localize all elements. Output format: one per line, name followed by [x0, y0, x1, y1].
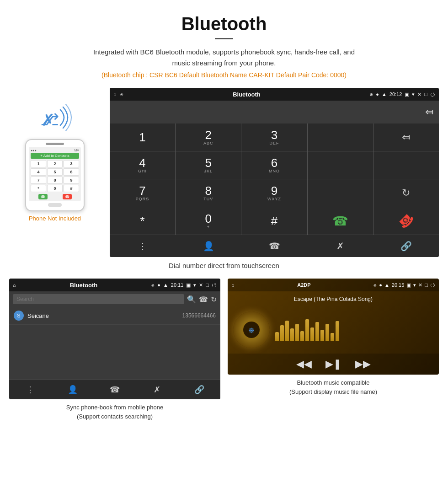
phonebook-bottom-nav: ⋮ 👤 ☎ ✗ 🔗	[9, 380, 220, 399]
pb-nav-call[interactable]: ☎	[94, 380, 136, 399]
music-home-icon: ⌂	[231, 282, 235, 288]
phone-key: 3	[64, 160, 79, 167]
dial-key-7[interactable]: 7PQRS	[110, 179, 175, 207]
pb-close-icon: ✕	[199, 282, 203, 288]
dial-screen: ⌂ ⍟ Bluetooth ⎈ ● ▲ 20:12 ▣ ▾ ✕ □ ⭯ ⤆	[110, 88, 439, 257]
close-icon: ✕	[417, 91, 421, 97]
dial-key-hash[interactable]: #	[241, 207, 307, 235]
dial-key-6[interactable]: 6MNO	[241, 151, 307, 179]
backspace-button[interactable]: ⤆	[425, 106, 433, 118]
music-controls: ◀◀ ▶❚ ▶▶	[228, 354, 439, 375]
page-header: Bluetooth Integrated with BC6 Bluetooth …	[0, 0, 448, 83]
pb-time: 20:11	[171, 282, 184, 288]
bottom-nav-call[interactable]: ☎	[241, 235, 307, 257]
music-bt-logo: ⎈	[249, 325, 254, 335]
dial-backspace-button[interactable]: ⤆	[373, 123, 439, 151]
pb-bt-icon: ⎈	[151, 282, 155, 288]
phone-key: 1	[31, 160, 46, 167]
phone-speaker	[46, 143, 64, 145]
title-divider	[215, 38, 233, 39]
bluetooth-status-icon: ⎈	[370, 91, 373, 97]
bt-signal-container: ✗ ⎇	[37, 102, 73, 134]
phonebook-search-input[interactable]	[13, 294, 184, 304]
camera-icon: ▣	[405, 91, 409, 97]
music-info	[275, 318, 433, 341]
pb-win-icon: □	[206, 282, 209, 288]
dial-refresh-button[interactable]: ↻	[373, 179, 439, 207]
phone-key: #	[64, 185, 79, 192]
pb-nav-bluetooth[interactable]: ✗	[136, 380, 178, 399]
phonebook-screen: ⌂ Bluetooth ⎈ ● ▲ 20:11 ▣ ▾ ✕ □ ⭯ 🔍	[9, 279, 220, 399]
phonebook-status-bar: ⌂ Bluetooth ⎈ ● ▲ 20:11 ▣ ▾ ✕ □ ⭯	[9, 279, 220, 291]
phonebook-spacer	[9, 325, 220, 380]
phone-call-btn: ☎	[38, 194, 48, 199]
music-back-icon: ⭯	[430, 282, 435, 288]
pb-nav-contacts[interactable]: 👤	[51, 380, 93, 399]
play-pause-button[interactable]: ▶❚	[325, 358, 341, 370]
contact-name: Seicane	[27, 312, 182, 319]
phone-action-icon[interactable]: ☎	[199, 295, 208, 304]
dial-hangup-button[interactable]: ☎	[373, 207, 439, 235]
dial-key-1[interactable]: 1	[110, 123, 175, 151]
music-screen-title: A2DP	[235, 282, 374, 288]
signal-icon: ▲	[382, 91, 387, 97]
music-x-icon: ✕	[418, 282, 422, 288]
back-icon: ⭯	[430, 91, 435, 97]
dial-key-empty-2	[308, 151, 373, 179]
phone-screen: ●●●MV + Add to Contacts 1 2 3 4 5 6 7 8 …	[29, 147, 81, 201]
time-display: 20:12	[389, 91, 402, 97]
window-icon: □	[424, 91, 427, 97]
bottom-nav-link[interactable]: 🔗	[373, 235, 439, 257]
bottom-nav-dialpad[interactable]: ⋮	[110, 235, 176, 257]
dial-key-3[interactable]: 3DEF	[241, 123, 307, 151]
phone-home-btn	[48, 203, 62, 207]
phone-hangup-btn: ☎	[63, 194, 72, 199]
music-time: 20:15	[392, 282, 405, 288]
pb-camera-icon: ▣	[186, 282, 191, 288]
pb-vol-icon: ▾	[193, 282, 196, 288]
dial-key-2[interactable]: 2ABC	[176, 123, 241, 151]
music-win-icon: □	[425, 282, 428, 288]
search-button[interactable]: 🔍	[187, 295, 196, 304]
home-icon: ⌂	[113, 91, 117, 97]
screen-title: Bluetooth	[123, 91, 370, 98]
phone-key: 4	[31, 168, 46, 176]
bottom-nav-contacts[interactable]: 👤	[176, 235, 241, 257]
phone-side: ✗ ⎇ ●●●MV + Add to Contacts	[9, 88, 101, 222]
phone-key: 9	[64, 177, 79, 184]
status-bar: ⌂ ⍟ Bluetooth ⎈ ● ▲ 20:12 ▣ ▾ ✕ □ ⭯	[110, 88, 439, 101]
page-description: Integrated with BC6 Bluetooth module, su…	[87, 47, 361, 69]
page-title: Bluetooth	[9, 14, 439, 34]
dial-grid: 1 2ABC 3DEF ⤆ 4GHI 5JKL 6MNO	[110, 123, 439, 235]
equalizer-bars	[275, 318, 433, 341]
dial-key-9[interactable]: 9WXYZ	[241, 179, 307, 207]
dial-key-5[interactable]: 5JKL	[176, 151, 241, 179]
refresh-action-icon[interactable]: ↻	[211, 295, 217, 304]
pb-signal-icon: ▲	[163, 282, 168, 288]
music-block: ⌂ A2DP ⎈ ● ▲ 20:15 ▣ ▾ ✕ □ ⭯ Escape (The…	[228, 279, 439, 421]
next-button[interactable]: ▶▶	[355, 358, 371, 370]
prev-button[interactable]: ◀◀	[296, 358, 312, 370]
header-specs: (Bluetooth chip : CSR BC6 Default Blueto…	[9, 71, 439, 79]
bottom-nav-bluetooth[interactable]: ✗	[307, 235, 373, 257]
contact-avatar: S	[14, 311, 24, 321]
phone-not-included-label: Phone Not Included	[29, 215, 81, 222]
phone-dialpad: 1 2 3 4 5 6 7 8 9 * 0 #	[31, 160, 79, 192]
dial-key-0[interactable]: 0+	[176, 207, 241, 235]
music-sig-icon: ▲	[384, 282, 389, 288]
album-art: ⎈	[233, 311, 270, 348]
pb-nav-dialpad[interactable]: ⋮	[9, 380, 51, 399]
music-vol-icon: ▾	[413, 282, 416, 288]
dial-call-button[interactable]: ☎	[308, 207, 373, 235]
music-status-bar: ⌂ A2DP ⎈ ● ▲ 20:15 ▣ ▾ ✕ □ ⭯	[228, 279, 439, 291]
pb-nav-link[interactable]: 🔗	[178, 380, 220, 399]
bottom-nav: ⋮ 👤 ☎ ✗ 🔗	[110, 235, 439, 257]
dial-key-empty-1	[308, 123, 373, 151]
dial-key-star[interactable]: *	[110, 207, 175, 235]
music-content: ⎈	[228, 306, 439, 354]
dial-key-8[interactable]: 8TUV	[176, 179, 241, 207]
phone-mockup: ●●●MV + Add to Contacts 1 2 3 4 5 6 7 8 …	[25, 139, 85, 211]
dial-key-4[interactable]: 4GHI	[110, 151, 175, 179]
dial-key-empty-3	[373, 151, 439, 179]
main-content: ✗ ⎇ ●●●MV + Add to Contacts	[0, 83, 448, 257]
